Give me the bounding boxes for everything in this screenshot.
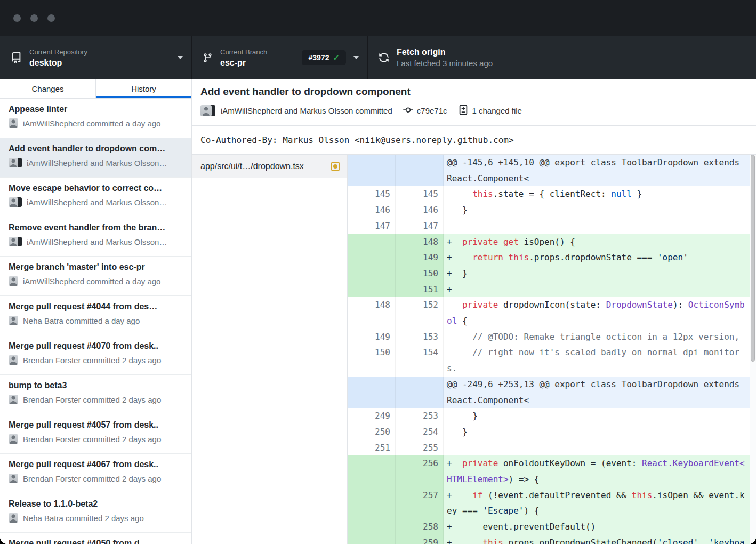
diff-row[interactable]: @@ -249,6 +253,13 @@ export class Toolba…	[348, 377, 756, 408]
repository-name: desktop	[29, 58, 87, 68]
diff-line-content: }	[444, 424, 756, 440]
diff-new-line-number: 256	[396, 455, 444, 487]
diff-row[interactable]: 146146 }	[348, 202, 756, 218]
diff-line-content: }	[444, 408, 756, 424]
commit-list-item[interactable]: Merge pull request #4067 from desk..Bren…	[0, 454, 191, 493]
commit-list-item[interactable]: bump to beta3Brendan Forster committed 2…	[0, 375, 191, 414]
commit-list-item[interactable]: Merge pull request #4057 from desk..Bren…	[0, 414, 191, 454]
commit-list-item[interactable]: Release to 1.1.0-beta2Neha Batra committ…	[0, 493, 191, 533]
commit-item-meta: Brendan Forster committed 2 days ago	[9, 474, 183, 483]
diff-scrollbar[interactable]	[750, 155, 756, 544]
commit-list-item[interactable]: Move escape behavior to correct co…iAmWi…	[0, 178, 191, 217]
commit-item-title: Merge pull request #4057 from desk..	[9, 420, 183, 430]
commit-item-title: Release to 1.1.0-beta2	[9, 499, 183, 509]
diff-line-content: private dropdownIcon(state: DropdownStat…	[444, 297, 756, 329]
commit-item-meta-text: iAmWillShepherd and Markus Olsson…	[27, 158, 167, 167]
diff-line-content: // right now it's scaled badly on normal…	[444, 345, 756, 376]
traffic-light-minimize-button[interactable]	[30, 14, 38, 22]
diff-old-line-number	[348, 455, 396, 487]
sync-icon	[379, 52, 389, 63]
tab-history[interactable]: History	[95, 79, 191, 98]
diff-line-content: + if (!event.defaultPrevented && this.is…	[444, 487, 756, 519]
diff-line-content: }	[444, 202, 756, 218]
diff-old-line-number: 149	[348, 329, 396, 345]
diff-row[interactable]: 145145 this.state = { clientRect: null }	[348, 186, 756, 202]
chevron-down-icon	[353, 56, 359, 59]
diff-row[interactable]: 148+ private get isOpen() {	[348, 234, 756, 250]
commit-item-meta-text: iAmWillShepherd and Markus Olsson…	[27, 198, 167, 207]
commit-list-item[interactable]: Merge branch 'master' into esc-priAmWill…	[0, 257, 191, 296]
diff-line-content: + private get isOpen() {	[444, 234, 756, 250]
commit-item-meta: iAmWillShepherd and Markus Olsson…	[9, 237, 183, 246]
avatar-image	[9, 237, 18, 246]
file-list-item[interactable]: app/src/ui/t…/dropdown.tsx	[192, 155, 347, 178]
commit-detail-panel: Add event handler to dropdown component …	[192, 79, 756, 544]
diff-row[interactable]: 251255	[348, 440, 756, 456]
diff-old-line-number: 251	[348, 440, 396, 456]
commit-item-meta: Neha Batra committed 2 days ago	[9, 513, 183, 523]
traffic-light-close-button[interactable]	[13, 14, 21, 22]
commit-item-meta-text: Brendan Forster committed 2 days ago	[23, 395, 161, 404]
diff-line-content: this.state = { clientRect: null }	[444, 186, 756, 202]
commit-item-meta: Neha Batra committed a day ago	[9, 316, 183, 325]
commit-list-item[interactable]: Merge pull request #4050 from d…	[0, 533, 191, 544]
changed-files-count: 1 changed file	[472, 106, 522, 115]
diff-new-line-number	[396, 377, 444, 408]
commit-item-meta: iAmWillShepherd committed a day ago	[9, 118, 183, 128]
titlebar	[0, 0, 756, 36]
diff-hunk-header: @@ -249,6 +253,13 @@ export class Toolba…	[444, 377, 756, 408]
tab-changes[interactable]: Changes	[0, 79, 95, 98]
commit-message-body: Co-Authored-By: Markus Olsson <niik@user…	[192, 126, 756, 155]
avatar	[9, 395, 18, 404]
diff-row[interactable]: 149153 // @TODO: Remake triangle octicon…	[348, 329, 756, 345]
avatar	[9, 434, 18, 444]
branch-name: esc-pr	[220, 58, 267, 68]
commit-list-item[interactable]: Add event handler to dropdown com…iAmWil…	[0, 138, 191, 178]
repo-icon	[11, 52, 22, 63]
avatar	[9, 355, 18, 365]
diff-line-content: + event.preventDefault()	[444, 519, 756, 535]
commit-item-title: Remove event handler from the bran…	[9, 223, 183, 233]
diff-line-content	[444, 440, 756, 456]
diff-row[interactable]: 150154 // right now it's scaled badly on…	[348, 345, 756, 376]
avatar-image	[9, 474, 18, 483]
commit-list-item[interactable]: Merge pull request #4044 from des…Neha B…	[0, 296, 191, 335]
diff-old-line-number	[348, 250, 396, 266]
diff-row[interactable]: 149+ return this.props.dropdownState ===…	[348, 250, 756, 266]
commit-item-meta-text: Neha Batra committed a day ago	[23, 316, 140, 325]
diff-row[interactable]: 256+ private onFoldoutKeyDown = (event: …	[348, 455, 756, 487]
diff-old-line-number: 249	[348, 408, 396, 424]
commit-item-title: Merge pull request #4067 from desk..	[9, 460, 183, 469]
commit-item-meta: iAmWillShepherd committed a day ago	[9, 276, 183, 286]
avatar-image	[9, 316, 18, 325]
diff-scrollbar-thumb[interactable]	[751, 155, 755, 362]
traffic-light-zoom-button[interactable]	[47, 14, 55, 22]
changed-files-list: app/src/ui/t…/dropdown.tsx	[192, 155, 348, 544]
repository-dropdown-button[interactable]: Current Repository desktop	[0, 36, 192, 79]
diff-row[interactable]: 151+	[348, 282, 756, 298]
commit-list-item[interactable]: Merge pull request #4070 from desk..Bren…	[0, 335, 191, 375]
diff-row[interactable]: 249253 }	[348, 408, 756, 424]
commit-header: Add event handler to dropdown component …	[192, 79, 756, 126]
commit-list-item[interactable]: Remove event handler from the bran…iAmWi…	[0, 217, 191, 257]
diff-row[interactable]: 150+ }	[348, 266, 756, 282]
avatar	[9, 474, 18, 483]
fetch-origin-button[interactable]: Fetch origin Last fetched 3 minutes ago	[368, 36, 554, 79]
diff-old-line-number: 145	[348, 186, 396, 202]
diff-old-line-number: 147	[348, 218, 396, 234]
diff-row[interactable]: 147147	[348, 218, 756, 234]
diff-view: @@ -145,6 +145,10 @@ export class Toolba…	[348, 155, 756, 544]
diff-row[interactable]: 259+ this.props.onDropdownStateChanged('…	[348, 535, 756, 544]
commit-list-item[interactable]: Appease linteriAmWillShepherd committed …	[0, 99, 191, 138]
commit-item-meta-text: Brendan Forster committed 2 days ago	[23, 435, 161, 444]
commit-title: Add event handler to dropdown component	[200, 86, 747, 98]
diff-row[interactable]: @@ -145,6 +145,10 @@ export class Toolba…	[348, 155, 756, 186]
diff-row[interactable]: 257+ if (!event.defaultPrevented && this…	[348, 487, 756, 519]
chevron-down-icon	[178, 56, 183, 59]
diff-row[interactable]: 258+ event.preventDefault()	[348, 519, 756, 535]
diff-row[interactable]: 148152 private dropdownIcon(state: Dropd…	[348, 297, 756, 329]
commit-item-meta: Brendan Forster committed 2 days ago	[9, 355, 183, 365]
branch-dropdown-button[interactable]: Current Branch esc-pr #3972 ✓	[192, 36, 368, 79]
diff-row[interactable]: 250254 }	[348, 424, 756, 440]
diff-old-line-number	[348, 282, 396, 298]
